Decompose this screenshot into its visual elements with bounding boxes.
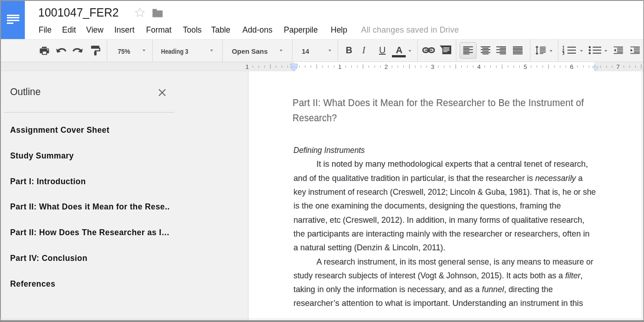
svg-text:7: 7 bbox=[616, 63, 620, 70]
svg-text:5: 5 bbox=[523, 63, 527, 70]
svg-text:3: 3 bbox=[431, 63, 435, 70]
svg-text:6: 6 bbox=[570, 63, 574, 70]
svg-text:1: 1 bbox=[245, 63, 249, 70]
svg-text:4: 4 bbox=[477, 63, 481, 70]
svg-text:1: 1 bbox=[338, 63, 342, 70]
svg-text:2: 2 bbox=[385, 63, 388, 70]
